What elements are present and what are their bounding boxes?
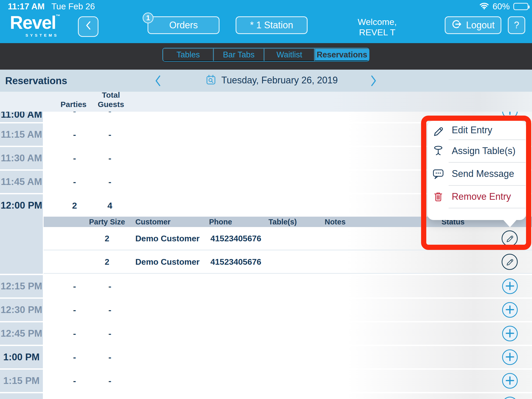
time-slot-row: 12:30 PM-- <box>0 299 532 321</box>
plus-icon <box>506 376 514 386</box>
menu-item-assign-table-s-[interactable]: Assign Table(s) <box>427 139 526 162</box>
parties-value: - <box>73 305 76 315</box>
pencil-icon <box>431 124 445 136</box>
brand-wordmark: Revel <box>10 12 56 33</box>
date-picker[interactable]: Tuesday, February 26, 2019 <box>205 74 338 87</box>
time-cell: 12:45 PM <box>0 322 43 345</box>
plus-icon <box>506 305 514 315</box>
chevron-left-icon <box>154 84 162 88</box>
time-cell: 12:00 PM <box>0 194 43 274</box>
plus-icon <box>506 282 514 291</box>
time-cell: 11:45 AM <box>0 171 43 193</box>
status-bar: 11:17 AMTue Feb 26 60% <box>0 0 532 11</box>
reservation-party-size: 2 <box>105 234 109 243</box>
edit-reservation-button[interactable] <box>502 230 518 247</box>
add-reservation-button[interactable] <box>502 397 518 399</box>
parties-value: - <box>73 376 76 386</box>
back-button[interactable] <box>78 16 98 37</box>
parties-column-header: Parties <box>61 100 87 109</box>
logout-icon <box>451 19 462 32</box>
plus-icon <box>506 329 514 338</box>
calendar-search-icon <box>205 74 217 87</box>
tab-reservations[interactable]: Reservations <box>315 48 369 61</box>
reservation-column-header: Table(s) <box>268 218 297 226</box>
time-cell: 11:30 AM <box>0 147 43 169</box>
reservation-customer-name: Demo Customer <box>135 257 200 267</box>
section-tab-bar: TablesBar TabsWaitlistReservations <box>0 43 532 70</box>
parties-value: - <box>73 177 76 187</box>
revel-logo: Revel™ SYSTEMS <box>10 14 60 37</box>
time-slot-content: -- <box>45 299 532 321</box>
menu-divider <box>449 208 526 208</box>
reservation-row: 2Demo Customer41523405676 <box>44 227 532 250</box>
battery-percent: 60% <box>493 2 510 11</box>
help-button[interactable]: ? <box>508 16 525 34</box>
station-button-label: * 1 Station <box>250 20 293 31</box>
add-reservation-button[interactable] <box>502 302 518 318</box>
tab-waitlist[interactable]: Waitlist <box>264 48 315 61</box>
parties-value: - <box>73 352 76 362</box>
add-reservation-button[interactable] <box>502 278 518 294</box>
total-guests-column-header: TotalGuests <box>98 90 124 109</box>
menu-divider <box>449 185 526 186</box>
menu-item-label: Assign Table(s) <box>452 145 515 156</box>
edit-reservation-button[interactable] <box>502 254 518 270</box>
menu-item-label: Remove Entry <box>452 191 511 202</box>
parties-value: 2 <box>72 201 77 211</box>
menu-item-send-message[interactable]: Send Message <box>427 162 526 185</box>
total-guests-value: - <box>108 153 111 163</box>
status-date: Tue Feb 26 <box>51 2 95 11</box>
top-bar: 11:17 AMTue Feb 26 60% Revel™ SYSTEMS 1 … <box>0 0 532 43</box>
reservation-row: 2Demo Customer41523405676 <box>44 250 532 274</box>
reservation-column-header: Notes <box>325 218 346 226</box>
plus-icon <box>506 353 514 362</box>
orders-button[interactable]: 1 Orders <box>148 16 220 34</box>
time-label: 11:30 AM <box>1 153 42 164</box>
pencil-icon <box>505 234 514 243</box>
trash-icon <box>431 191 445 203</box>
total-guests-value: - <box>108 376 111 386</box>
total-guests-value: - <box>108 305 111 315</box>
previous-day-button[interactable] <box>153 75 163 87</box>
next-day-button[interactable] <box>369 75 378 87</box>
brand-subtitle: SYSTEMS <box>10 33 59 37</box>
time-cell: 1:00 PM <box>0 346 43 368</box>
table-icon <box>431 145 445 157</box>
time-slot-row: 1:00 PM-- <box>0 346 532 368</box>
reservation-column-header: Party Size <box>89 218 125 226</box>
menu-divider <box>449 162 526 163</box>
menu-item-remove-entry[interactable]: Remove Entry <box>427 185 526 208</box>
chevron-right-icon <box>370 84 377 88</box>
battery-icon <box>513 3 528 10</box>
segmented-control: TablesBar TabsWaitlistReservations <box>162 48 369 62</box>
time-label: 11:45 AM <box>1 176 42 187</box>
trademark-symbol: ™ <box>56 14 60 19</box>
station-button[interactable]: * 1 Station <box>236 16 308 34</box>
time-cell: 12:15 PM <box>0 275 43 297</box>
total-guests-value: - <box>108 281 111 291</box>
add-reservation-button[interactable] <box>502 373 518 389</box>
time-slot-content: -- <box>45 275 532 297</box>
tab-tables[interactable]: Tables <box>163 48 214 61</box>
selected-date-label: Tuesday, February 26, 2019 <box>221 75 338 86</box>
menu-item-edit-entry[interactable]: Edit Entry <box>427 121 526 139</box>
logout-button[interactable]: Logout <box>445 16 501 34</box>
total-guests-value: 4 <box>108 201 112 211</box>
reservation-column-header: Phone <box>209 218 232 226</box>
menu-divider <box>449 139 526 140</box>
add-reservation-button[interactable] <box>502 326 518 341</box>
time-slot-content: -- <box>45 346 532 368</box>
menu-item-label: Send Message <box>452 168 514 179</box>
revel-pos-screen: 11:00 AM--11:15 AM--11:30 AM--11:45 AM--… <box>0 0 532 399</box>
add-reservation-button[interactable] <box>502 349 518 365</box>
time-label: 12:45 PM <box>1 328 42 339</box>
time-label: 1:15 PM <box>3 375 40 386</box>
total-guests-value: - <box>108 130 111 140</box>
tab-bar-tabs[interactable]: Bar Tabs <box>214 48 264 61</box>
grid-column-header: Parties TotalGuests <box>0 92 532 112</box>
wifi-icon <box>480 2 489 11</box>
status-time: 11:17 AM <box>8 2 45 11</box>
time-slot-row: 1:30 PM-- <box>0 393 532 399</box>
total-guests-value: - <box>108 329 111 339</box>
time-label: 12:00 PM <box>1 194 42 217</box>
